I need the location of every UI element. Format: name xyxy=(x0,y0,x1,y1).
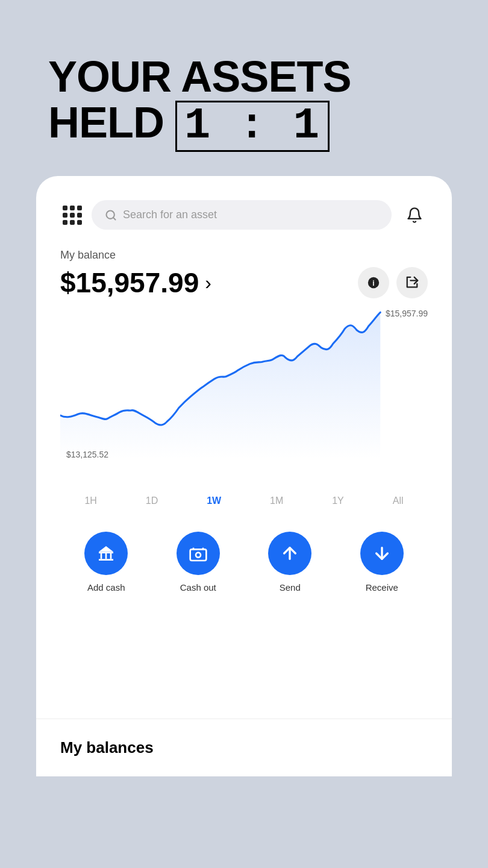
info-icon: i xyxy=(367,276,380,289)
hero-title-line2: HELD 1 : 1 xyxy=(48,100,440,153)
my-balances-title: My balances xyxy=(60,738,428,757)
chart-max-label: $15,957.99 xyxy=(386,309,428,318)
balance-actions: i xyxy=(358,267,428,298)
info-button[interactable]: i xyxy=(358,267,389,298)
share-button[interactable] xyxy=(396,267,428,298)
send-icon xyxy=(280,544,299,563)
send-label: Send xyxy=(280,582,301,593)
svg-point-12 xyxy=(196,553,201,558)
time-filter-bar: 1H 1D 1W 1M 1Y All xyxy=(60,482,428,527)
filter-all[interactable]: All xyxy=(386,492,411,510)
svg-rect-11 xyxy=(190,550,206,561)
svg-text:i: i xyxy=(372,279,374,288)
receive-label: Receive xyxy=(366,582,398,593)
add-cash-button[interactable]: Add cash xyxy=(84,532,128,593)
svg-marker-10 xyxy=(99,546,113,552)
receive-icon xyxy=(372,544,392,563)
search-icon xyxy=(105,209,117,221)
balance-chart: $15,957.99 $13,125.52 xyxy=(60,309,428,477)
chart-min-label: $13,125.52 xyxy=(66,450,108,459)
filter-1m[interactable]: 1M xyxy=(263,492,290,510)
search-row: Search for an asset xyxy=(60,200,428,230)
bottom-section: My balances xyxy=(36,719,452,776)
cash-out-label: Cash out xyxy=(180,582,216,593)
search-placeholder: Search for an asset xyxy=(123,209,217,221)
send-button[interactable]: Send xyxy=(268,532,311,593)
bank-icon xyxy=(96,544,116,563)
balance-label: My balance xyxy=(60,249,428,262)
chart-svg xyxy=(60,309,428,459)
hero-section: YOUR ASSETS HELD 1 : 1 xyxy=(0,0,488,176)
balance-amount[interactable]: $15,957.99 › xyxy=(60,266,211,299)
search-bar[interactable]: Search for an asset xyxy=(92,200,392,230)
cashout-icon xyxy=(189,544,208,563)
main-card: Search for an asset My balance $15,957.9… xyxy=(36,176,452,719)
svg-line-1 xyxy=(113,218,116,220)
add-cash-label: Add cash xyxy=(87,582,125,593)
cash-out-button[interactable]: Cash out xyxy=(177,532,220,593)
receive-button[interactable]: Receive xyxy=(360,532,404,593)
filter-1d[interactable]: 1D xyxy=(139,492,165,510)
filter-1h[interactable]: 1H xyxy=(77,492,104,510)
balance-chevron-icon: › xyxy=(205,272,211,294)
svg-rect-8 xyxy=(110,553,112,559)
action-buttons-row: Add cash Cash out Send xyxy=(60,527,428,607)
hero-title-line1: YOUR ASSETS xyxy=(48,54,440,100)
hero-ratio-badge: 1 : 1 xyxy=(175,101,330,153)
filter-1w[interactable]: 1W xyxy=(199,492,228,510)
balance-row: $15,957.99 › i xyxy=(60,266,428,299)
svg-rect-6 xyxy=(101,553,102,559)
share-icon xyxy=(405,276,419,289)
svg-rect-5 xyxy=(99,552,113,554)
svg-rect-7 xyxy=(105,553,107,559)
svg-rect-9 xyxy=(99,559,113,561)
grid-menu-icon[interactable] xyxy=(63,206,82,225)
filter-1y[interactable]: 1Y xyxy=(325,492,351,510)
notification-bell-icon[interactable] xyxy=(401,202,428,228)
